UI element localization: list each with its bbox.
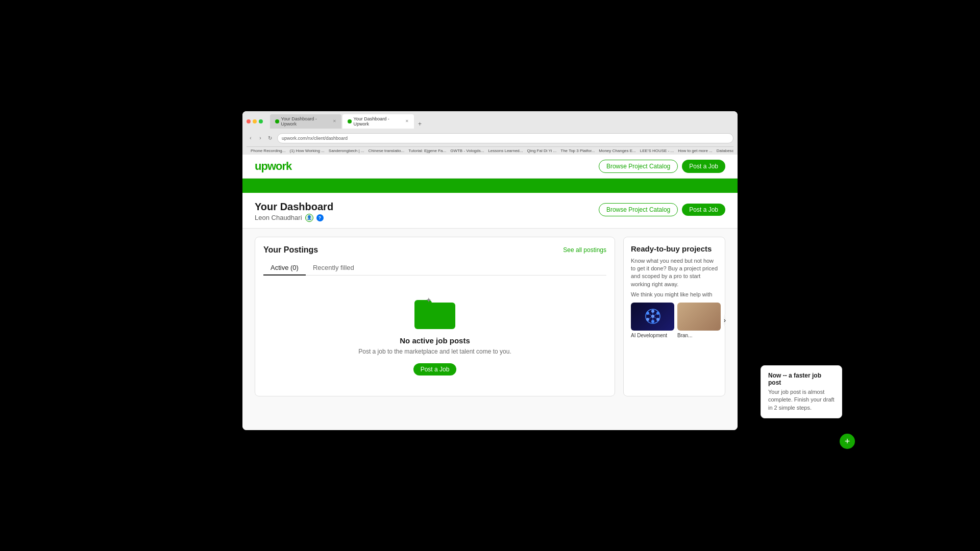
forward-button[interactable]: ›: [256, 134, 264, 142]
back-button[interactable]: ‹: [247, 134, 255, 142]
tab-favicon-2: [348, 119, 352, 123]
dashboard-post-job-button[interactable]: Post a Job: [682, 204, 725, 216]
tab-close-2[interactable]: ✕: [405, 119, 409, 123]
tab-label-1: Your Dashboard - Upwork: [281, 116, 331, 127]
browser-tab-1[interactable]: Your Dashboard - Upwork ✕: [270, 114, 341, 129]
ai-project-thumbnail[interactable]: [631, 303, 674, 331]
upwork-logo: upwork: [255, 160, 291, 173]
bookmark-4[interactable]: Tutorial: Ejgene Fa...: [408, 148, 446, 153]
nav-buttons: ‹ › ↻: [247, 134, 274, 142]
username-text: Leon Chaudhari: [255, 214, 302, 221]
browser-chrome: Your Dashboard - Upwork ✕ Your Dashboard…: [242, 111, 738, 155]
see-all-postings-link[interactable]: See all postings: [563, 246, 606, 254]
nav-actions: Browse Project Catalog Post a Job: [599, 160, 725, 173]
bookmark-11[interactable]: How to get more ...: [678, 148, 713, 153]
ready-to-buy-subtitle: We think you might like help with: [631, 291, 718, 297]
top-nav: upwork Browse Project Catalog Post a Job: [242, 155, 738, 179]
help-icon[interactable]: ?: [316, 214, 324, 221]
empty-state-post-job-button[interactable]: Post a Job: [413, 363, 457, 375]
green-banner: [242, 179, 738, 193]
postings-card-header: Your Postings See all postings: [263, 245, 606, 255]
ai-brain-svg: [638, 305, 668, 328]
postings-title: Your Postings: [263, 245, 318, 255]
dashboard-header: Your Dashboard Leon Chaudhari 👤 ? Browse…: [242, 193, 738, 229]
bookmark-1[interactable]: (1) How Working ...: [290, 148, 325, 153]
svg-line-8: [648, 313, 653, 316]
nav-browse-catalog-button[interactable]: Browse Project Catalog: [599, 160, 678, 173]
close-window-button[interactable]: [247, 119, 251, 123]
tabs-bar: Your Dashboard - Upwork ✕ Your Dashboard…: [270, 114, 425, 129]
svg-line-10: [653, 313, 658, 316]
main-area: Your Postings See all postings Active (0…: [242, 229, 738, 405]
bookmark-9[interactable]: Money Changes E...: [599, 148, 635, 153]
project-item-1[interactable]: Bran...: [677, 303, 721, 338]
tab-active[interactable]: Active (0): [263, 261, 306, 276]
nav-post-job-button[interactable]: Post a Job: [682, 160, 725, 173]
project-item-0[interactable]: AI Development: [631, 303, 674, 338]
bookmark-7[interactable]: Qing Fal Di Yi ...: [527, 148, 556, 153]
dashboard-actions: Browse Project Catalog Post a Job: [599, 203, 725, 216]
tab-favicon-1: [275, 119, 279, 123]
svg-line-13: [648, 316, 653, 319]
maximize-window-button[interactable]: [259, 119, 263, 123]
logo-text: upwork: [255, 160, 291, 172]
bookmarks-bar: Phone Recording... (1) How Working ... S…: [247, 146, 733, 155]
folder-back: [414, 303, 455, 329]
brand-project-thumbnail[interactable]: [677, 303, 721, 331]
brand-project-label: Bran...: [677, 333, 721, 338]
tab-close-1[interactable]: ✕: [333, 119, 336, 123]
ready-to-buy-description: Know what you need but not how to get it…: [631, 257, 718, 289]
address-bar-row: ‹ › ↻ upwork.com/nx/client/dashboard: [247, 131, 733, 146]
bookmark-2[interactable]: Sanderongbech | ...: [329, 148, 364, 153]
bookmark-8[interactable]: The Top 3 Platfor...: [560, 148, 595, 153]
minimize-window-button[interactable]: [253, 119, 257, 123]
postings-tabs-nav: Active (0) Recently filled: [263, 261, 606, 276]
dashboard-title: Your Dashboard: [255, 201, 333, 213]
empty-description: Post a job to the marketplace and let ta…: [358, 348, 511, 355]
refresh-button[interactable]: ↻: [266, 134, 274, 142]
address-bar[interactable]: upwork.com/nx/client/dashboard: [277, 133, 733, 143]
sparkle-icon: ✦: [426, 296, 432, 304]
dashboard-browse-catalog-button[interactable]: Browse Project Catalog: [599, 203, 678, 216]
address-text: upwork.com/nx/client/dashboard: [282, 136, 348, 141]
postings-card: Your Postings See all postings Active (0…: [255, 237, 615, 396]
browser-tab-2[interactable]: Your Dashboard - Upwork ✕: [342, 114, 414, 129]
bookmark-10[interactable]: LEE'S HOUSE - ...: [640, 148, 674, 153]
bookmark-0[interactable]: Phone Recording...: [251, 148, 286, 153]
bookmark-3[interactable]: Chinese translatio...: [369, 148, 405, 153]
profile-icon[interactable]: 👤: [305, 214, 313, 222]
traffic-lights: [247, 119, 263, 123]
dashboard-title-block: Your Dashboard Leon Chaudhari 👤 ?: [255, 201, 333, 222]
dashboard-user: Leon Chaudhari 👤 ?: [255, 214, 333, 222]
svg-line-11: [653, 316, 658, 319]
carousel-next-icon: ›: [724, 317, 726, 324]
page-content: upwork Browse Project Catalog Post a Job…: [242, 155, 738, 430]
tab-recently-filled[interactable]: Recently filled: [306, 261, 361, 276]
empty-title: No active job posts: [400, 336, 470, 345]
new-tab-button[interactable]: +: [415, 119, 425, 129]
bookmark-12[interactable]: Databeschuur - Re...: [717, 148, 733, 153]
tab-label-2: Your Dashboard - Upwork: [354, 116, 403, 127]
ai-project-label: AI Development: [631, 333, 674, 338]
carousel-next-button[interactable]: ›: [724, 314, 726, 327]
empty-state: ✦ No active job posts Post a job to the …: [263, 286, 606, 388]
ready-to-buy-card: Ready-to-buy projects Know what you need…: [623, 237, 725, 396]
empty-folder-icon: ✦: [414, 296, 455, 329]
browser-window: Your Dashboard - Upwork ✕ Your Dashboard…: [242, 111, 738, 430]
bookmark-6[interactable]: Lessons Learned...: [488, 148, 523, 153]
browser-controls: Your Dashboard - Upwork ✕ Your Dashboard…: [247, 114, 733, 129]
bookmark-5[interactable]: GWTB - Vologds...: [450, 148, 484, 153]
ready-to-buy-title: Ready-to-buy projects: [631, 244, 718, 253]
project-carousel: AI Development Bran... ›: [631, 303, 718, 338]
